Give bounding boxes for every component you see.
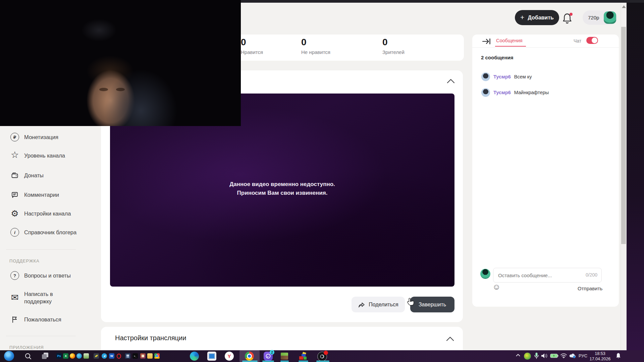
sidebar-item-write-support[interactable]: ✉ Написать в поддержку <box>10 290 60 305</box>
taskbar-icon-chrome-active[interactable] <box>245 352 254 361</box>
stat-value: 0 <box>382 37 405 48</box>
tray-microphone-icon[interactable] <box>534 352 539 360</box>
taskbar-icon-excel[interactable]: X <box>63 353 68 359</box>
app-window-glyph <box>209 353 215 359</box>
emoji-button[interactable]: ☺ <box>492 283 501 291</box>
taskbar-icon-photoshop[interactable]: Ps <box>56 353 62 359</box>
gear-icon: ⚙ <box>10 209 19 218</box>
chat-text: Майнкрафтеры <box>514 90 549 95</box>
taskbar-icon-calculator[interactable] <box>125 353 130 359</box>
messenger-glyph <box>266 354 271 359</box>
taskbar-icon-keepass[interactable] <box>94 353 99 359</box>
player-message-line1: Данное видео временно недоступно. <box>110 180 454 189</box>
scrollbar-up-arrow[interactable] <box>622 5 626 8</box>
chat-message[interactable]: Тусмр6 Всем ку <box>481 72 532 81</box>
toy-green <box>304 357 307 360</box>
sidebar-item-monetization[interactable]: ₽ Монетизация <box>10 132 58 142</box>
tray-expand-chevron[interactable] <box>516 354 520 357</box>
send-button[interactable]: Отправить <box>578 286 602 291</box>
broadcast-settings-title: Настройки трансляции <box>115 334 186 342</box>
taskbar-icon-opera[interactable] <box>116 353 121 359</box>
chrome-center <box>156 355 158 357</box>
tray-cloud-icon[interactable] <box>569 353 576 358</box>
star-icon: ☆ <box>10 150 19 160</box>
taskbar-icon-edge[interactable] <box>190 352 199 361</box>
collapse-chevron-icon[interactable] <box>446 78 455 84</box>
notifications-bell[interactable] <box>562 13 573 24</box>
tray-volume-icon[interactable] <box>541 353 548 359</box>
page-scrollbar[interactable] <box>621 3 627 350</box>
taskbar-icon-edge-legacy[interactable] <box>76 353 82 359</box>
sidebar-item-donations[interactable]: Донаты <box>10 171 44 180</box>
question-icon: ? <box>10 271 19 280</box>
chat-username[interactable]: Тусмр6 <box>493 74 511 79</box>
tray-wifi-icon[interactable] <box>560 353 567 358</box>
opera-ring <box>117 354 121 359</box>
sidebar-item-comments[interactable]: Комментарии <box>10 190 59 199</box>
chat-avatar[interactable] <box>481 88 490 97</box>
taskbar-icon-obs-studio[interactable] <box>317 352 327 361</box>
taskbar-icon-telegram[interactable] <box>102 353 107 359</box>
sidebar-item-blogger-guide[interactable]: i Справочник блогера <box>10 228 76 237</box>
sidebar-item-channel-settings[interactable]: ⚙ Настройки канала <box>10 209 71 218</box>
finish-button[interactable]: Завершить <box>410 297 454 312</box>
stat-label: Зрителей <box>382 49 405 55</box>
sidebar-item-label: Написать в поддержку <box>24 290 60 305</box>
add-button[interactable]: + Добавить <box>515 10 559 25</box>
taskbar-icon-minecraft[interactable] <box>280 352 289 361</box>
avatar[interactable] <box>604 11 616 24</box>
start-button[interactable] <box>4 351 14 361</box>
taskbar-icon-photo-viewer[interactable] <box>84 353 89 359</box>
info-icon: i <box>10 228 19 237</box>
chat-message[interactable]: Тусмр6 Майнкрафтеры <box>481 88 549 97</box>
sidebar-item-report[interactable]: Пожаловаться <box>10 315 61 324</box>
stat-label: Нравится <box>241 49 263 55</box>
taskbar-icon-file-explorer[interactable] <box>147 353 153 359</box>
taskbar-icon-messenger[interactable]: 2 <box>264 352 273 361</box>
webcam-face-shadow <box>99 88 108 91</box>
toy-red <box>299 356 303 360</box>
chat-toggle[interactable] <box>586 37 598 44</box>
tray-language-indicator[interactable]: РУС <box>579 353 587 358</box>
taskbar-icon-toy-app[interactable] <box>298 352 308 361</box>
sidebar-section-apps: ПРИЛОЖЕНИЯ <box>9 345 44 350</box>
sidebar-divider <box>6 336 76 336</box>
sidebar-item-faq[interactable]: ? Вопросы и ответы <box>10 271 71 280</box>
chat-message-count: 2 сообщения <box>481 55 513 60</box>
quality-profile-pill[interactable]: 720p <box>583 10 617 25</box>
grass-top <box>281 353 288 356</box>
plus-icon: + <box>520 13 524 21</box>
stat-dislikes: 0 Не нравится <box>301 37 330 55</box>
add-button-label: Добавить <box>528 15 554 21</box>
tab-messages[interactable]: Сообщения <box>496 38 523 43</box>
tray-app-icon[interactable] <box>524 353 531 360</box>
tray-date: 17.04.2026 <box>590 357 611 362</box>
task-view-front <box>42 354 47 359</box>
chat-username[interactable]: Тусмр6 <box>493 90 511 95</box>
chat-avatar[interactable] <box>481 72 490 81</box>
obs-glyph <box>320 354 324 359</box>
collapse-chat-icon[interactable] <box>481 37 491 46</box>
taskbar-icon-chrome-small[interactable] <box>154 353 160 359</box>
taskbar-icon-yandex-browser[interactable]: Y <box>225 352 234 361</box>
share-button[interactable]: Поделиться <box>352 297 405 312</box>
chrome-ring <box>247 354 252 359</box>
collapse-chevron-icon[interactable] <box>446 336 454 342</box>
scrollbar-thumb[interactable] <box>621 27 626 244</box>
taskbar-icon-word[interactable]: W <box>109 353 114 359</box>
taskbar-icon-app-window[interactable] <box>207 352 216 361</box>
sidebar-item-label: Донаты <box>24 172 44 179</box>
tray-clock[interactable]: 18:53 17.04.2026 <box>588 351 612 362</box>
chat-input[interactable] <box>497 268 579 282</box>
task-view-icon[interactable] <box>41 352 50 361</box>
obs-recording-dot <box>324 351 328 355</box>
chat-text: Всем ку <box>514 74 532 79</box>
taskbar-icon-terminal[interactable]: >_ <box>132 353 138 359</box>
sidebar-item-channel-level[interactable]: ☆ Уровень канала <box>10 152 65 160</box>
taskbar-icon-firefox[interactable] <box>70 353 75 359</box>
tray-notification-bell[interactable] <box>615 353 621 359</box>
taskbar-icon-media-tool[interactable] <box>140 353 146 359</box>
desktop-right-strip <box>626 3 644 350</box>
search-icon[interactable] <box>23 352 33 361</box>
sidebar-item-label: Настройки канала <box>24 210 71 217</box>
